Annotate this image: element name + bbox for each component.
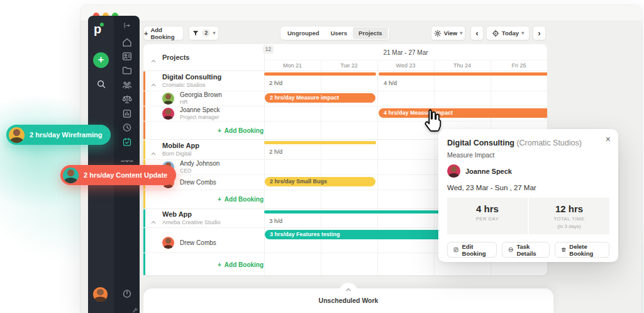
chevron-up-icon [151, 79, 156, 84]
day-header: Wed 23 [377, 60, 434, 71]
popup-assignee: Joanne Speck [447, 164, 609, 178]
chevron-down-icon: ▾ [213, 31, 215, 36]
expand-panel-notch[interactable] [339, 283, 358, 294]
project-name: Web App [162, 210, 221, 219]
avatar [162, 108, 174, 120]
popup-actions: Edit Booking Task Details Delete Booking [447, 242, 609, 258]
tab-projects[interactable]: Projects [353, 27, 388, 39]
chevron-up-icon [151, 216, 156, 221]
chevron-up-icon [151, 55, 156, 60]
grouping-tabs: Ungrouped Users Projects [280, 26, 390, 40]
stat-label: PER DAY [450, 216, 525, 222]
contacts-icon[interactable] [121, 51, 132, 62]
project-client: Ameba Creative Studio [162, 219, 221, 227]
chevron-up-icon [345, 288, 352, 292]
plus-icon: + [218, 261, 221, 268]
member-name: Drew Combs [180, 178, 216, 186]
popup-task-name: Measure Impact [447, 151, 609, 159]
tab-ungrouped[interactable]: Ungrouped [282, 27, 325, 39]
task-details-icon [508, 246, 514, 253]
invoices-icon[interactable] [121, 94, 132, 105]
chevron-up-icon [151, 147, 156, 152]
avatar [447, 164, 460, 178]
collapse-sidebar-icon[interactable] [123, 21, 131, 29]
stat-label: TOTAL TIME [531, 216, 607, 222]
close-icon[interactable]: × [606, 134, 611, 144]
projects-icon[interactable] [121, 65, 132, 76]
stat-sub-label: (in 3 days) [531, 224, 607, 229]
filter-button[interactable]: 2 ▾ [189, 26, 219, 40]
reports-icon[interactable] [121, 108, 132, 119]
today-button[interactable]: Today ▾ [486, 26, 530, 40]
tab-users[interactable]: Users [325, 27, 353, 39]
avatar [162, 93, 174, 105]
paymo-logo: p [94, 22, 101, 37]
booking-bar[interactable]: 2 hrs/day Measure impact [265, 93, 375, 103]
popup-date-range: Wed, 23 Mar - Sun , 27 Mar [447, 184, 609, 191]
add-booking-link[interactable]: +Add Booking [218, 261, 264, 268]
daily-total-label: 3 h/d [264, 217, 282, 224]
window-titlebar [80, 5, 641, 21]
popup-project-name: Digital Consulting [447, 139, 514, 147]
add-booking-link[interactable]: +Add Booking [218, 196, 264, 203]
more-nav-icon[interactable] [121, 156, 133, 162]
next-week-button[interactable]: › [533, 26, 546, 40]
unscheduled-work-panel[interactable]: Unscheduled Work [143, 288, 553, 313]
project-client: Born Digital [162, 151, 199, 158]
settings-wrench-icon[interactable] [131, 305, 138, 312]
user-avatar[interactable] [93, 287, 108, 302]
task-details-button[interactable]: Task Details [502, 242, 550, 258]
booking-bar[interactable]: 4 hrs/day Measure impact [379, 108, 547, 118]
avatar [9, 127, 25, 143]
avatar [63, 168, 79, 183]
member-name: Drew Combs [180, 239, 216, 247]
day-header-row: Mon 21 Tue 22 Wed 23 Thu 24 Fri 25 [264, 60, 547, 71]
prev-week-button[interactable]: ‹ [470, 26, 484, 40]
search-icon[interactable] [96, 79, 106, 89]
gear-icon [434, 30, 441, 37]
chevron-down-icon: ▾ [460, 31, 462, 36]
add-booking-link[interactable]: +Add Booking [218, 127, 264, 134]
chevron-down-icon: ▾ [521, 31, 524, 36]
popup-stats: 4 hrs PER DAY 12 hrs TOTAL TIME (in 3 da… [447, 198, 609, 234]
daily-total-bar [264, 141, 376, 144]
team-icon[interactable] [121, 79, 132, 90]
member-name: Georgia Brown [180, 91, 222, 99]
daily-total-bar [264, 72, 376, 76]
booking-details-popup: × Digital Consulting (Cromatic Studios) … [438, 129, 618, 262]
daily-total-label: 4 h/d [379, 79, 397, 86]
plus-icon: + [144, 30, 148, 37]
trash-icon [561, 246, 567, 253]
daily-total-label: 2 h/d [264, 148, 282, 155]
project-name: Digital Consulting [162, 73, 221, 82]
time-icon[interactable] [121, 122, 132, 133]
drag-badge-wireframing[interactable]: 2 hrs/day Wireframing [6, 125, 111, 145]
booking-bar[interactable]: 2 hrs/day Small Bugs [265, 177, 375, 186]
stat-value: 4 hrs [450, 203, 525, 214]
drag-badge-content-update[interactable]: 2 hrs/day Content Update [60, 165, 176, 185]
popup-title: Digital Consulting (Cromatic Studios) [447, 139, 609, 147]
view-button[interactable]: View ▾ [431, 26, 465, 40]
plus-icon: + [218, 196, 221, 203]
day-header: Mon 21 [264, 60, 321, 71]
member-role: HR [180, 99, 222, 106]
sidebar-nav-rail [114, 16, 140, 313]
filter-count-badge: 2 [202, 29, 210, 37]
assignee-name: Joanne Speck [465, 168, 512, 175]
projects-panel-header[interactable]: Projects [143, 44, 264, 71]
scheduler-icon[interactable] [121, 137, 132, 147]
member-name: Joanne Speck [180, 106, 219, 114]
stat-value: 12 hrs [531, 203, 607, 214]
edit-booking-button[interactable]: Edit Booking [447, 242, 497, 258]
daily-total-bar [379, 72, 547, 76]
delete-booking-button[interactable]: Delete Booking [555, 242, 609, 258]
power-icon[interactable] [121, 288, 132, 299]
add-booking-button[interactable]: + Add Booking [143, 26, 184, 40]
day-header: Thu 24 [434, 60, 491, 71]
member-role: CEO [180, 168, 219, 174]
week-range-label: 21 Mar - 27 Mar [264, 44, 547, 60]
project-client: Cromatic Studios [162, 82, 221, 89]
sidebar: p + [88, 16, 140, 313]
home-icon[interactable] [121, 37, 132, 48]
quick-add-button[interactable]: + [93, 52, 109, 68]
